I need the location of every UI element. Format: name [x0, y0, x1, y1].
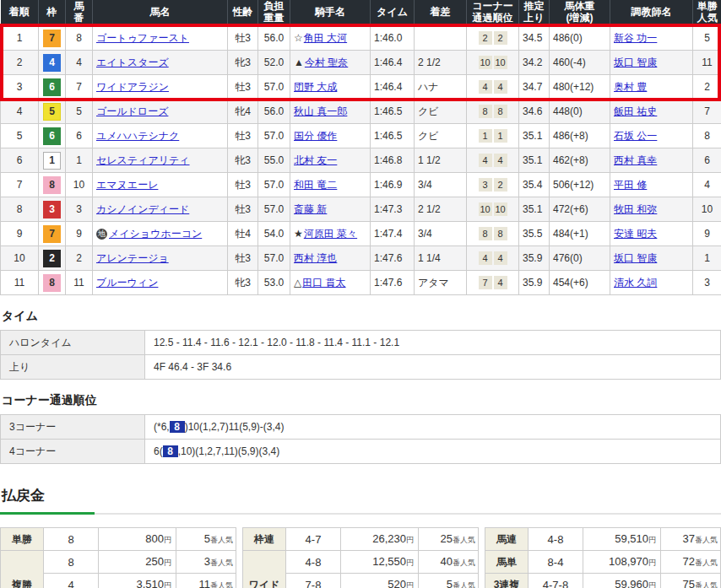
- trainer-link[interactable]: 坂口 智康: [614, 252, 657, 264]
- horse-name-link[interactable]: アレンテージョ: [96, 252, 169, 264]
- win-popularity: 11: [693, 51, 721, 75]
- corner-order-chip: 10: [494, 56, 507, 69]
- trainer-link[interactable]: 西村 真幸: [614, 154, 657, 166]
- horse-weight: 486(0): [550, 26, 610, 51]
- horse-weight: 480(+12): [550, 75, 610, 100]
- trainer-link[interactable]: 飯田 祐史: [614, 105, 657, 117]
- trainer-link[interactable]: 石坂 公一: [614, 130, 657, 142]
- payout-title-rule: [0, 513, 721, 515]
- margin: 2 1/2: [415, 51, 467, 75]
- finish-position: 9: [1, 222, 39, 246]
- horse-weight: 506(+12): [550, 173, 610, 197]
- yen-suffix: 円: [648, 558, 656, 567]
- corner3-winner-highlight: 8: [170, 421, 185, 433]
- trainer-cell: 平田 修: [610, 173, 693, 197]
- trainer-link[interactable]: 平田 修: [614, 179, 647, 191]
- estimated-last3f: 34.2: [519, 51, 550, 75]
- trainer-cell: 安達 昭夫: [610, 222, 693, 246]
- estimated-last3f: 35.5: [519, 222, 550, 246]
- trainer-cell: 飯田 祐史: [610, 100, 693, 124]
- corner4-label: 4コーナー: [1, 440, 145, 464]
- payout-tables: 単勝8800円5番人気複勝8250円3番人気43,510円11番人気7160円2…: [0, 527, 721, 588]
- horse-name-link[interactable]: ユメハハテシナク: [96, 130, 179, 142]
- popularity-suffix: 番人気: [453, 558, 475, 567]
- margin: クビ: [415, 100, 467, 124]
- yen-suffix: 円: [406, 581, 414, 588]
- results-column-header: 着差: [415, 0, 467, 26]
- horse-name-link[interactable]: カシノインディード: [96, 203, 189, 215]
- horse-name-link[interactable]: ワイドアラジン: [96, 81, 169, 93]
- horse-name-cell: セレスティアリティ: [93, 148, 228, 173]
- trainer-link[interactable]: 安達 昭夫: [614, 228, 657, 240]
- horse-name-link[interactable]: エマヌエーレ: [96, 179, 158, 191]
- frame-badge: 8: [43, 176, 61, 194]
- jockey-link[interactable]: 角田 大河: [304, 32, 347, 44]
- carried-weight: 55.0: [258, 148, 290, 173]
- results-column-header: 着順: [1, 0, 39, 26]
- horse-name-link[interactable]: エイトスターズ: [96, 57, 169, 68]
- results-column-header: 馬名: [93, 0, 228, 26]
- payout-table: 馬連4-859,510円37番人気馬単8-4108,970円72番人気3連複4-…: [485, 527, 721, 588]
- jockey-link[interactable]: 河原田 菜々: [304, 228, 357, 240]
- corner3-pre: (*6,: [154, 421, 170, 433]
- payout-row: 枠連4-726,230円25番人気: [243, 528, 479, 551]
- horse-name-link[interactable]: ブルーウィン: [96, 277, 158, 289]
- finish-position: 11: [1, 271, 39, 295]
- horse-weight: 472(+6): [550, 197, 610, 222]
- horse-name-link[interactable]: メイショウホーコン: [109, 228, 202, 240]
- trainer-link[interactable]: 奥村 豊: [614, 81, 647, 93]
- frame-badge: 4: [43, 54, 61, 72]
- finish-position: 3: [1, 75, 39, 100]
- apprentice-mark: ★: [294, 228, 303, 240]
- trainer-link[interactable]: 坂口 智康: [614, 57, 657, 68]
- jockey-link[interactable]: 団野 大成: [294, 81, 337, 93]
- jockey-link[interactable]: 秋山 真一郎: [294, 105, 347, 117]
- jockey-link[interactable]: 西村 淳也: [294, 252, 337, 264]
- jockey-link[interactable]: 和田 竜二: [294, 179, 337, 191]
- jockey-link[interactable]: 国分 優作: [294, 130, 337, 142]
- horse-weight: 454(+6): [550, 271, 610, 295]
- result-row: 178ゴートゥファースト牡356.0☆角田 大河1:46.02234.5486(…: [1, 26, 721, 51]
- horse-name-link[interactable]: ゴールドローズ: [96, 105, 168, 117]
- estimated-last3f: 35.9: [519, 246, 550, 271]
- trainer-link[interactable]: 新谷 功一: [614, 32, 657, 44]
- frame-badge: 8: [43, 274, 61, 292]
- horse-name-link[interactable]: セレスティアリティ: [96, 154, 190, 166]
- horse-name-link[interactable]: ゴートゥファースト: [96, 32, 189, 44]
- margin: ハナ: [415, 75, 467, 100]
- payout-row: 馬連4-859,510円37番人気: [485, 528, 721, 551]
- jockey-link[interactable]: 今村 聖奈: [305, 57, 348, 68]
- carried-weight: 57.0: [258, 197, 290, 222]
- payout-row: 単勝8800円5番人気: [1, 528, 236, 551]
- corner-order-cell: 1010: [467, 51, 519, 75]
- horse-name-cell: ゴートゥファースト: [93, 26, 228, 51]
- jockey-link[interactable]: 北村 友一: [294, 154, 337, 166]
- finish-time: 1:46.9: [371, 173, 415, 197]
- results-column-header: 性齢: [228, 0, 258, 26]
- corner-order-cell: 32: [467, 173, 519, 197]
- corner-order-chip: 4: [494, 80, 507, 94]
- trainer-link[interactable]: 清水 久詞: [614, 277, 657, 289]
- win-popularity: 4: [693, 173, 721, 197]
- frame-cell: 8: [39, 173, 66, 197]
- margin: [415, 26, 467, 51]
- corner-order-chip: 4: [494, 276, 507, 289]
- frame-badge: 6: [43, 127, 61, 145]
- furlong-time-value: 12.5 - 11.4 - 11.6 - 12.1 - 12.0 - 11.8 …: [145, 331, 721, 355]
- finish-position: 7: [1, 173, 39, 197]
- margin: 1 1/2: [415, 148, 467, 173]
- trainer-link[interactable]: 牧田 和弥: [614, 203, 657, 215]
- jockey-cell: ☆角田 大河: [290, 26, 371, 51]
- sex-age: 牡3: [228, 173, 258, 197]
- frame-cell: 6: [39, 75, 66, 100]
- jockey-link[interactable]: 田口 貫太: [302, 277, 345, 289]
- sex-age: 牝4: [228, 100, 258, 124]
- horse-number: 11: [66, 271, 93, 295]
- corner-order-chip: 10: [479, 202, 492, 216]
- apprentice-mark: ▲: [294, 57, 304, 68]
- corner-order-chip: 8: [479, 105, 492, 118]
- margin: 3/4: [415, 222, 467, 246]
- frame-badge: 5: [43, 103, 61, 121]
- results-column-header: 調教師名: [610, 0, 693, 26]
- jockey-link[interactable]: 斎藤 新: [294, 203, 327, 215]
